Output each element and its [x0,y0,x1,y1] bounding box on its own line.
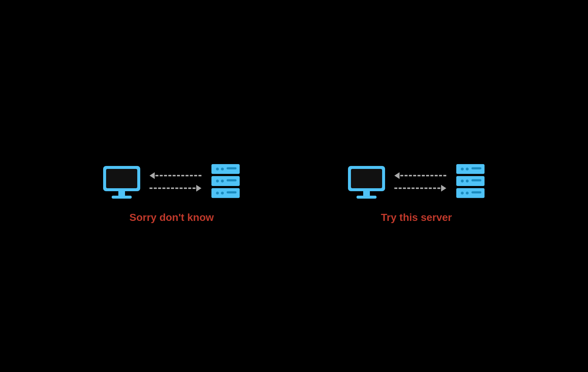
svg-rect-23 [471,167,481,169]
svg-point-30 [466,192,469,195]
svg-point-14 [221,192,224,195]
right-diagram-row [346,163,487,200]
svg-rect-1 [106,169,137,188]
svg-point-29 [461,192,464,195]
svg-rect-31 [471,191,481,193]
right-dashes-back [400,175,446,176]
svg-rect-19 [357,196,377,199]
svg-rect-11 [226,179,236,182]
right-monitor-icon [346,165,387,199]
left-diagram-group: Sorry don't know [101,163,242,223]
right-arrow-forward [394,185,446,192]
left-monitor-icon [101,165,142,199]
left-dashes-forward [150,187,196,189]
left-arrowhead-forward [196,185,201,192]
svg-point-22 [466,167,469,170]
left-diagram-row [101,163,242,200]
left-dashes-back [155,175,201,176]
left-server-icon [209,163,242,200]
right-arrow-back [394,172,446,179]
svg-point-21 [461,167,464,170]
right-diagram-label: Try this server [381,212,452,223]
left-arrow-forward [150,185,201,192]
left-arrows [150,172,201,192]
svg-rect-27 [471,179,481,182]
svg-point-10 [221,180,224,183]
svg-rect-3 [112,196,132,199]
svg-point-13 [216,192,219,195]
svg-point-6 [221,167,224,170]
svg-rect-18 [363,191,370,196]
svg-rect-15 [226,191,236,193]
left-arrow-back [150,172,201,179]
right-server-icon [454,163,487,200]
svg-rect-7 [226,167,236,169]
main-container: Sorry don't know [101,163,487,223]
svg-point-25 [461,180,464,183]
right-arrowhead-forward [441,185,446,192]
left-arrowhead-back [150,172,155,179]
right-arrowhead-back [394,172,400,179]
svg-point-5 [216,167,219,170]
svg-rect-17 [351,169,382,188]
left-diagram-label: Sorry don't know [129,212,214,223]
right-arrows [394,172,446,192]
svg-point-9 [216,180,219,183]
svg-point-26 [466,180,469,183]
right-diagram-group: Try this server [346,163,487,223]
svg-rect-2 [118,191,125,196]
right-dashes-forward [394,187,440,189]
